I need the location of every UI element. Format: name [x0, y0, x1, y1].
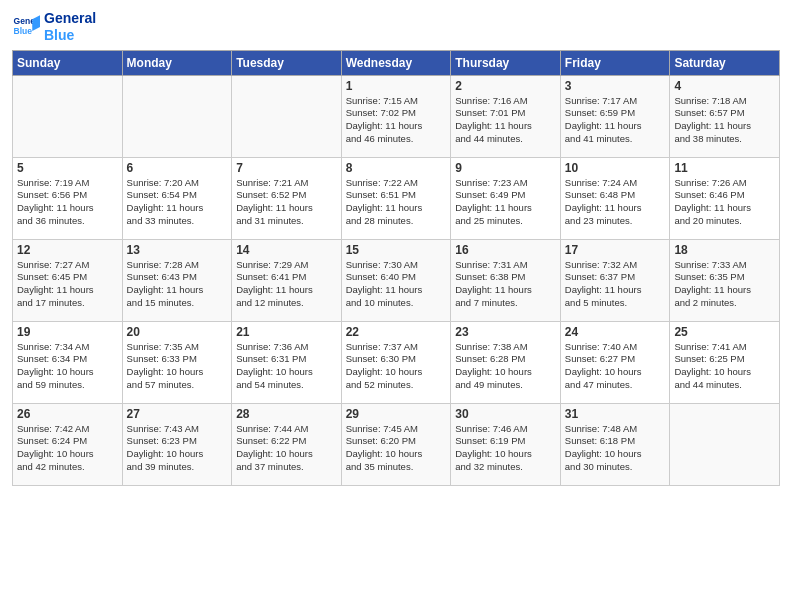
cell-text: Sunrise: 7:45 AM Sunset: 6:20 PM Dayligh… [346, 423, 447, 474]
calendar-cell: 29Sunrise: 7:45 AM Sunset: 6:20 PM Dayli… [341, 403, 451, 485]
logo: General Blue General Blue [12, 10, 96, 44]
cell-text: Sunrise: 7:23 AM Sunset: 6:49 PM Dayligh… [455, 177, 556, 228]
calendar-cell: 21Sunrise: 7:36 AM Sunset: 6:31 PM Dayli… [232, 321, 342, 403]
calendar-cell: 1Sunrise: 7:15 AM Sunset: 7:02 PM Daylig… [341, 75, 451, 157]
cell-text: Sunrise: 7:19 AM Sunset: 6:56 PM Dayligh… [17, 177, 118, 228]
cell-text: Sunrise: 7:41 AM Sunset: 6:25 PM Dayligh… [674, 341, 775, 392]
cell-text: Sunrise: 7:33 AM Sunset: 6:35 PM Dayligh… [674, 259, 775, 310]
cell-text: Sunrise: 7:34 AM Sunset: 6:34 PM Dayligh… [17, 341, 118, 392]
cell-text: Sunrise: 7:46 AM Sunset: 6:19 PM Dayligh… [455, 423, 556, 474]
cell-text: Sunrise: 7:36 AM Sunset: 6:31 PM Dayligh… [236, 341, 337, 392]
col-tuesday: Tuesday [232, 50, 342, 75]
day-number: 11 [674, 161, 775, 175]
calendar-cell: 25Sunrise: 7:41 AM Sunset: 6:25 PM Dayli… [670, 321, 780, 403]
cell-text: Sunrise: 7:35 AM Sunset: 6:33 PM Dayligh… [127, 341, 228, 392]
day-number: 19 [17, 325, 118, 339]
day-number: 18 [674, 243, 775, 257]
day-number: 31 [565, 407, 666, 421]
calendar-cell [670, 403, 780, 485]
cell-text: Sunrise: 7:30 AM Sunset: 6:40 PM Dayligh… [346, 259, 447, 310]
calendar-cell: 27Sunrise: 7:43 AM Sunset: 6:23 PM Dayli… [122, 403, 232, 485]
cell-text: Sunrise: 7:28 AM Sunset: 6:43 PM Dayligh… [127, 259, 228, 310]
week-row-3: 12Sunrise: 7:27 AM Sunset: 6:45 PM Dayli… [13, 239, 780, 321]
cell-text: Sunrise: 7:15 AM Sunset: 7:02 PM Dayligh… [346, 95, 447, 146]
calendar-cell: 11Sunrise: 7:26 AM Sunset: 6:46 PM Dayli… [670, 157, 780, 239]
day-number: 17 [565, 243, 666, 257]
cell-text: Sunrise: 7:37 AM Sunset: 6:30 PM Dayligh… [346, 341, 447, 392]
week-row-1: 1Sunrise: 7:15 AM Sunset: 7:02 PM Daylig… [13, 75, 780, 157]
col-friday: Friday [560, 50, 670, 75]
calendar-cell: 10Sunrise: 7:24 AM Sunset: 6:48 PM Dayli… [560, 157, 670, 239]
day-number: 22 [346, 325, 447, 339]
day-number: 4 [674, 79, 775, 93]
calendar-cell: 3Sunrise: 7:17 AM Sunset: 6:59 PM Daylig… [560, 75, 670, 157]
cell-text: Sunrise: 7:29 AM Sunset: 6:41 PM Dayligh… [236, 259, 337, 310]
logo-text-line2: Blue [44, 27, 96, 44]
calendar-cell: 6Sunrise: 7:20 AM Sunset: 6:54 PM Daylig… [122, 157, 232, 239]
day-number: 3 [565, 79, 666, 93]
cell-text: Sunrise: 7:22 AM Sunset: 6:51 PM Dayligh… [346, 177, 447, 228]
header-row-days: Sunday Monday Tuesday Wednesday Thursday… [13, 50, 780, 75]
calendar-cell: 2Sunrise: 7:16 AM Sunset: 7:01 PM Daylig… [451, 75, 561, 157]
week-row-5: 26Sunrise: 7:42 AM Sunset: 6:24 PM Dayli… [13, 403, 780, 485]
day-number: 25 [674, 325, 775, 339]
cell-text: Sunrise: 7:32 AM Sunset: 6:37 PM Dayligh… [565, 259, 666, 310]
calendar-cell: 23Sunrise: 7:38 AM Sunset: 6:28 PM Dayli… [451, 321, 561, 403]
logo-text-line1: General [44, 10, 96, 27]
col-sunday: Sunday [13, 50, 123, 75]
day-number: 15 [346, 243, 447, 257]
calendar-cell: 15Sunrise: 7:30 AM Sunset: 6:40 PM Dayli… [341, 239, 451, 321]
logo-icon: General Blue [12, 13, 40, 41]
week-row-4: 19Sunrise: 7:34 AM Sunset: 6:34 PM Dayli… [13, 321, 780, 403]
cell-text: Sunrise: 7:24 AM Sunset: 6:48 PM Dayligh… [565, 177, 666, 228]
day-number: 2 [455, 79, 556, 93]
col-monday: Monday [122, 50, 232, 75]
header-row: General Blue General Blue [12, 10, 780, 44]
calendar-cell [232, 75, 342, 157]
day-number: 26 [17, 407, 118, 421]
day-number: 9 [455, 161, 556, 175]
day-number: 21 [236, 325, 337, 339]
calendar-container: General Blue General Blue Sunday Monday … [0, 0, 792, 494]
day-number: 24 [565, 325, 666, 339]
col-thursday: Thursday [451, 50, 561, 75]
cell-text: Sunrise: 7:38 AM Sunset: 6:28 PM Dayligh… [455, 341, 556, 392]
day-number: 13 [127, 243, 228, 257]
calendar-cell: 7Sunrise: 7:21 AM Sunset: 6:52 PM Daylig… [232, 157, 342, 239]
calendar-cell [13, 75, 123, 157]
day-number: 29 [346, 407, 447, 421]
calendar-cell: 22Sunrise: 7:37 AM Sunset: 6:30 PM Dayli… [341, 321, 451, 403]
day-number: 14 [236, 243, 337, 257]
week-row-2: 5Sunrise: 7:19 AM Sunset: 6:56 PM Daylig… [13, 157, 780, 239]
calendar-cell: 12Sunrise: 7:27 AM Sunset: 6:45 PM Dayli… [13, 239, 123, 321]
calendar-cell: 13Sunrise: 7:28 AM Sunset: 6:43 PM Dayli… [122, 239, 232, 321]
calendar-cell: 20Sunrise: 7:35 AM Sunset: 6:33 PM Dayli… [122, 321, 232, 403]
cell-text: Sunrise: 7:21 AM Sunset: 6:52 PM Dayligh… [236, 177, 337, 228]
calendar-cell: 5Sunrise: 7:19 AM Sunset: 6:56 PM Daylig… [13, 157, 123, 239]
cell-text: Sunrise: 7:26 AM Sunset: 6:46 PM Dayligh… [674, 177, 775, 228]
day-number: 27 [127, 407, 228, 421]
cell-text: Sunrise: 7:31 AM Sunset: 6:38 PM Dayligh… [455, 259, 556, 310]
calendar-cell: 8Sunrise: 7:22 AM Sunset: 6:51 PM Daylig… [341, 157, 451, 239]
calendar-cell: 9Sunrise: 7:23 AM Sunset: 6:49 PM Daylig… [451, 157, 561, 239]
day-number: 30 [455, 407, 556, 421]
cell-text: Sunrise: 7:27 AM Sunset: 6:45 PM Dayligh… [17, 259, 118, 310]
calendar-cell: 30Sunrise: 7:46 AM Sunset: 6:19 PM Dayli… [451, 403, 561, 485]
calendar-cell: 28Sunrise: 7:44 AM Sunset: 6:22 PM Dayli… [232, 403, 342, 485]
cell-text: Sunrise: 7:20 AM Sunset: 6:54 PM Dayligh… [127, 177, 228, 228]
day-number: 5 [17, 161, 118, 175]
cell-text: Sunrise: 7:17 AM Sunset: 6:59 PM Dayligh… [565, 95, 666, 146]
cell-text: Sunrise: 7:42 AM Sunset: 6:24 PM Dayligh… [17, 423, 118, 474]
day-number: 1 [346, 79, 447, 93]
day-number: 23 [455, 325, 556, 339]
calendar-cell: 14Sunrise: 7:29 AM Sunset: 6:41 PM Dayli… [232, 239, 342, 321]
calendar-table: Sunday Monday Tuesday Wednesday Thursday… [12, 50, 780, 486]
day-number: 16 [455, 243, 556, 257]
calendar-cell: 19Sunrise: 7:34 AM Sunset: 6:34 PM Dayli… [13, 321, 123, 403]
day-number: 8 [346, 161, 447, 175]
calendar-cell: 4Sunrise: 7:18 AM Sunset: 6:57 PM Daylig… [670, 75, 780, 157]
calendar-cell: 17Sunrise: 7:32 AM Sunset: 6:37 PM Dayli… [560, 239, 670, 321]
calendar-cell: 18Sunrise: 7:33 AM Sunset: 6:35 PM Dayli… [670, 239, 780, 321]
cell-text: Sunrise: 7:48 AM Sunset: 6:18 PM Dayligh… [565, 423, 666, 474]
cell-text: Sunrise: 7:43 AM Sunset: 6:23 PM Dayligh… [127, 423, 228, 474]
